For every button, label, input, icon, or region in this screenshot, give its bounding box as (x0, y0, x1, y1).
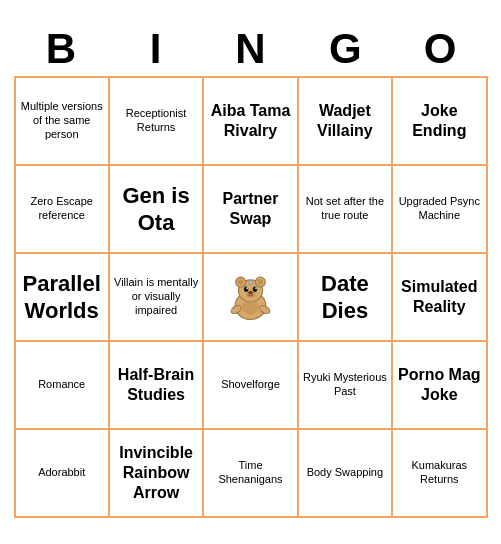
cell-r4-c4: Kumakuras Returns (393, 430, 487, 518)
cell-text-r1-c1: Gen is Ota (114, 182, 198, 237)
svg-point-3 (238, 279, 244, 285)
cell-r0-c4: Joke Ending (393, 78, 487, 166)
cell-r2-c2 (204, 254, 298, 342)
cell-r3-c0: Romance (16, 342, 110, 430)
cell-text-r2-c4: Simulated Reality (397, 277, 481, 317)
cell-text-r0-c4: Joke Ending (397, 101, 481, 141)
cell-text-r0-c0: Multiple versions of the same person (20, 100, 104, 141)
cell-text-r3-c4: Porno Mag Joke (397, 365, 481, 405)
cell-r2-c0: Parallel Worlds (16, 254, 110, 342)
cell-text-r0-c1: Receptionist Returns (114, 107, 198, 135)
header-letter-o: O (395, 26, 485, 72)
cell-r3-c2: Shovelforge (204, 342, 298, 430)
cell-text-r3-c3: Ryuki Mysterious Past (303, 371, 387, 399)
cell-r0-c3: Wadjet Villainy (299, 78, 393, 166)
header-letter-i: I (111, 26, 201, 72)
header-letter-g: G (300, 26, 390, 72)
svg-point-7 (253, 286, 257, 292)
cell-r0-c0: Multiple versions of the same person (16, 78, 110, 166)
cell-r1-c2: Partner Swap (204, 166, 298, 254)
cell-r2-c4: Simulated Reality (393, 254, 487, 342)
cell-r1-c4: Upgraded Psync Machine (393, 166, 487, 254)
cell-r0-c2: Aiba Tama Rivalry (204, 78, 298, 166)
header-letter-b: B (16, 26, 106, 72)
svg-point-6 (244, 286, 248, 292)
cell-r3-c3: Ryuki Mysterious Past (299, 342, 393, 430)
free-bear-icon (223, 270, 278, 325)
cell-text-r3-c0: Romance (38, 378, 85, 392)
cell-text-r4-c0: Adorabbit (38, 466, 85, 480)
cell-r4-c2: Time Shenanigans (204, 430, 298, 518)
cell-text-r4-c3: Body Swapping (307, 466, 383, 480)
cell-r1-c3: Not set after the true route (299, 166, 393, 254)
cell-text-r3-c2: Shovelforge (221, 378, 280, 392)
cell-text-r3-c1: Half-Brain Studies (114, 365, 198, 405)
cell-text-r0-c2: Aiba Tama Rivalry (208, 101, 292, 141)
cell-r2-c1: Villain is mentally or visually impaired (110, 254, 204, 342)
cell-text-r1-c3: Not set after the true route (303, 195, 387, 223)
bingo-card: BINGO Multiple versions of the same pers… (6, 18, 496, 526)
cell-r1-c1: Gen is Ota (110, 166, 204, 254)
cell-r4-c0: Adorabbit (16, 430, 110, 518)
cell-r3-c4: Porno Mag Joke (393, 342, 487, 430)
svg-point-14 (242, 300, 259, 314)
svg-point-11 (248, 290, 252, 293)
cell-text-r4-c4: Kumakuras Returns (397, 459, 481, 487)
cell-text-r4-c2: Time Shenanigans (208, 459, 292, 487)
cell-r2-c3: Date Dies (299, 254, 393, 342)
cell-text-r0-c3: Wadjet Villainy (303, 101, 387, 141)
cell-text-r4-c1: Invincible Rainbow Arrow (114, 443, 198, 503)
cell-r4-c3: Body Swapping (299, 430, 393, 518)
cell-text-r2-c0: Parallel Worlds (20, 270, 104, 325)
header-letter-n: N (205, 26, 295, 72)
cell-text-r2-c1: Villain is mentally or visually impaired (114, 276, 198, 317)
bingo-grid: Multiple versions of the same personRece… (14, 76, 488, 518)
svg-point-5 (258, 279, 264, 285)
cell-text-r1-c2: Partner Swap (208, 189, 292, 229)
svg-point-9 (255, 287, 257, 289)
svg-point-8 (246, 287, 248, 289)
cell-r4-c1: Invincible Rainbow Arrow (110, 430, 204, 518)
cell-text-r2-c3: Date Dies (303, 270, 387, 325)
cell-text-r1-c4: Upgraded Psync Machine (397, 195, 481, 223)
bingo-header: BINGO (14, 26, 488, 72)
cell-text-r1-c0: Zero Escape reference (20, 195, 104, 223)
cell-r1-c0: Zero Escape reference (16, 166, 110, 254)
cell-r0-c1: Receptionist Returns (110, 78, 204, 166)
cell-r3-c1: Half-Brain Studies (110, 342, 204, 430)
